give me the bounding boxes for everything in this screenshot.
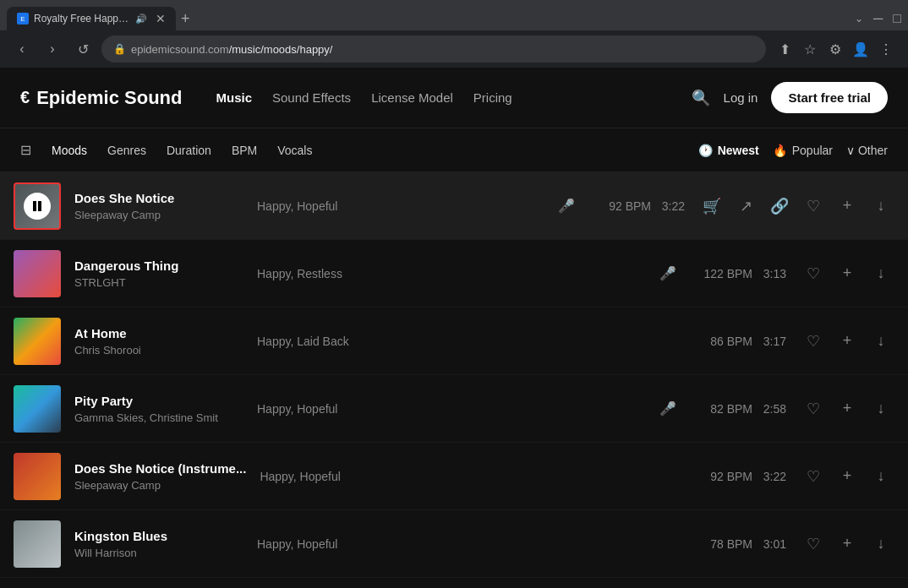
svg-rect-1 xyxy=(38,201,41,211)
profile-button[interactable]: 👤 xyxy=(849,37,872,61)
nav-sound-effects[interactable]: Sound Effects xyxy=(272,90,351,105)
sort-other-label: Other xyxy=(858,144,888,157)
filter-duration[interactable]: Duration xyxy=(167,144,211,157)
download-button[interactable]: ↓ xyxy=(867,260,894,287)
track-info: Pity Party Gamma Skies, Christine Smit xyxy=(74,394,243,424)
track-actions: ♡ + ↓ xyxy=(800,395,894,422)
favorite-button[interactable]: ♡ xyxy=(800,531,827,558)
header-right: 🔍 Log in Start free trial xyxy=(692,82,888,113)
download-button[interactable]: ↓ xyxy=(867,328,894,355)
track-row[interactable]: At Home Chris Shorooi Happy, Laid Back 🎤… xyxy=(0,308,908,375)
favorite-button[interactable]: ♡ xyxy=(800,463,827,490)
login-button[interactable]: Log in xyxy=(724,90,758,105)
add-to-playlist-button[interactable]: + xyxy=(834,463,861,490)
tab-favicon: E xyxy=(17,13,29,24)
favorite-button[interactable]: ♡ xyxy=(800,328,827,355)
track-row[interactable]: Kingston Blues Will Harrison Happy, Hope… xyxy=(0,510,908,578)
menu-button[interactable]: ⋮ xyxy=(874,37,898,61)
vocal-mic-icon: 🎤 xyxy=(558,198,575,214)
site-header: € Epidemic Sound Music Sound Effects Lic… xyxy=(0,68,908,128)
track-duration: 3:13 xyxy=(752,267,786,280)
tab-close-button[interactable]: ✕ xyxy=(156,12,166,25)
nav-license-model[interactable]: License Model xyxy=(371,90,453,105)
filter-moods[interactable]: Moods xyxy=(52,144,87,157)
track-row[interactable]: Does She Notice Sleepaway Camp Happy, Ho… xyxy=(0,172,908,240)
logo-icon: € xyxy=(20,88,30,107)
track-actions: ♡ + ↓ xyxy=(800,463,894,490)
track-thumbnail xyxy=(14,385,61,433)
track-actions: ♡ + ↓ xyxy=(800,260,894,287)
active-tab[interactable]: E Royalty Free Happy Music | E 🔊 ✕ xyxy=(7,7,176,30)
maximize-button[interactable]: □ xyxy=(893,11,901,26)
toolbar-icons: ⬆ ☆ ⚙ 👤 ⋮ xyxy=(773,37,898,61)
popular-fire-icon: 🔥 xyxy=(773,144,787,157)
filter-genres[interactable]: Genres xyxy=(107,144,146,157)
filter-vocals[interactable]: Vocals xyxy=(277,144,312,157)
download-button[interactable]: ↓ xyxy=(867,531,894,558)
logo-text: Epidemic Sound xyxy=(36,87,182,109)
track-bpm: 82 BPM xyxy=(693,402,752,416)
sort-newest[interactable]: 🕐 Newest xyxy=(698,144,759,157)
sort-newest-label: Newest xyxy=(718,144,759,157)
nav-pricing[interactable]: Pricing xyxy=(473,90,512,105)
track-row[interactable]: Dangerous Thing STRLGHT Happy, Restless … xyxy=(0,240,908,308)
start-trial-button[interactable]: Start free trial xyxy=(771,82,888,113)
sort-other-dropdown[interactable]: ∨ Other xyxy=(846,144,888,157)
track-title: Kingston Blues xyxy=(74,529,243,543)
filter-bpm[interactable]: BPM xyxy=(232,144,257,157)
track-artist: Will Harrison xyxy=(74,547,243,559)
track-bpm: 122 BPM xyxy=(693,267,752,280)
track-thumbnail xyxy=(14,250,61,297)
download-button[interactable]: ↓ xyxy=(867,193,894,220)
browser-chrome: E Royalty Free Happy Music | E 🔊 ✕ + ⌄ ─… xyxy=(0,0,908,68)
browser-window: E Royalty Free Happy Music | E 🔊 ✕ + ⌄ ─… xyxy=(0,0,908,588)
add-to-playlist-button[interactable]: + xyxy=(834,193,861,220)
site-content: € Epidemic Sound Music Sound Effects Lic… xyxy=(0,68,908,578)
track-bpm: 78 BPM xyxy=(693,537,752,551)
reload-button[interactable]: ↺ xyxy=(71,37,95,61)
nav-music[interactable]: Music xyxy=(216,90,252,105)
extensions-button[interactable]: ⚙ xyxy=(823,37,847,61)
add-to-playlist-button[interactable]: + xyxy=(834,395,861,422)
site-logo[interactable]: € Epidemic Sound xyxy=(20,87,182,109)
download-button[interactable]: ↓ xyxy=(867,463,894,490)
add-to-playlist-button[interactable]: + xyxy=(834,328,861,355)
copy-link-button[interactable]: 🔗 xyxy=(766,193,793,220)
track-info: Does She Notice (Instrume... Sleepaway C… xyxy=(74,461,246,492)
tab-title: Royalty Free Happy Music | E xyxy=(34,13,130,24)
forward-button[interactable]: › xyxy=(41,37,64,61)
share-button[interactable]: ↗ xyxy=(732,193,759,220)
favorite-button[interactable]: ♡ xyxy=(800,395,827,422)
search-button[interactable]: 🔍 xyxy=(692,89,710,107)
vocal-mic-icon: 🎤 xyxy=(659,400,676,416)
track-actions: 🛒 ↗ 🔗 ♡ + ↓ xyxy=(698,193,894,220)
favorite-button[interactable]: ♡ xyxy=(800,193,827,220)
track-thumbnail xyxy=(14,182,61,230)
track-row[interactable]: Does She Notice (Instrume... Sleepaway C… xyxy=(0,443,908,510)
share-page-button[interactable]: ⬆ xyxy=(773,37,796,61)
sort-popular[interactable]: 🔥 Popular xyxy=(773,144,833,157)
chevron-down-icon: ∨ xyxy=(846,144,855,157)
add-to-playlist-button[interactable]: + xyxy=(834,531,861,558)
pause-button[interactable] xyxy=(24,193,51,220)
track-row[interactable]: Pity Party Gamma Skies, Christine Smit H… xyxy=(0,375,908,443)
track-tags: Happy, Restless xyxy=(243,267,643,280)
download-button[interactable]: ↓ xyxy=(867,395,894,422)
tab-overflow-icon[interactable]: ⌄ xyxy=(855,13,863,24)
minimize-button[interactable]: ─ xyxy=(873,11,883,26)
track-duration: 3:22 xyxy=(651,199,685,213)
add-to-cart-button[interactable]: 🛒 xyxy=(698,193,725,220)
address-bar[interactable]: 🔒 epidemicsound.com/music/moods/happy/ xyxy=(101,35,766,63)
filter-icon[interactable]: ⊟ xyxy=(20,142,31,158)
track-artist: Chris Shorooi xyxy=(74,344,243,357)
favorite-button[interactable]: ♡ xyxy=(800,260,827,287)
add-to-playlist-button[interactable]: + xyxy=(834,260,861,287)
bookmark-button[interactable]: ☆ xyxy=(798,37,822,61)
url-text: epidemicsound.com/music/moods/happy/ xyxy=(131,43,332,56)
track-title: At Home xyxy=(74,326,243,340)
back-button[interactable]: ‹ xyxy=(10,37,34,61)
track-artist: Sleepaway Camp xyxy=(74,479,246,492)
track-duration: 3:22 xyxy=(752,470,786,483)
track-tags: Happy, Hopeful xyxy=(243,199,541,213)
new-tab-button[interactable]: + xyxy=(176,10,195,28)
